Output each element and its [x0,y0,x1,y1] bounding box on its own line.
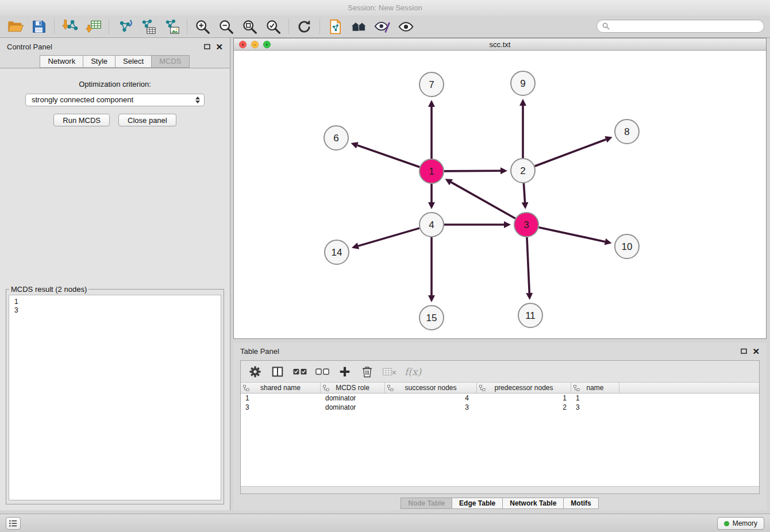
column-label: MCDS role [336,384,369,392]
column-header-successor-nodes[interactable]: successor nodes [385,383,477,393]
control-panel: Control Panel ✕ Network Style Select MCD… [0,38,230,510]
tab-motifs[interactable]: Motifs [563,498,598,509]
share-document-icon [327,18,344,35]
zoom-in-icon [194,18,211,35]
column-type-icon [243,385,249,391]
close-panel-button[interactable]: Close panel [118,114,176,126]
table-horizontal-scrollbar[interactable] [241,486,759,494]
control-panel-tabs: Network Style Select MCDS [0,55,230,68]
tab-select[interactable]: Select [115,55,152,68]
table-header-row: shared name MCDS role successor nodes pr… [241,383,759,394]
column-header-predecessor-nodes[interactable]: predecessor nodes [477,383,571,393]
tab-node-table[interactable]: Node Table [401,498,452,509]
network-table-icon [140,18,156,35]
graph-edge-3-11[interactable] [527,237,529,293]
create-column-button[interactable] [337,363,352,380]
plus-icon [338,365,351,378]
home-button[interactable] [347,17,371,36]
table-row[interactable]: 1 dominator 4 1 1 [241,394,759,403]
graph-edge-4-14[interactable] [358,228,419,246]
zoom-in-button[interactable] [191,17,214,36]
export-image-icon [163,18,180,35]
export-image-button[interactable] [160,17,183,36]
tab-network[interactable]: Network [40,55,83,68]
optimization-criterion-select[interactable]: strongly connected component [25,94,205,106]
mcds-result-list: 1 3 [9,295,221,500]
column-type-icon [323,385,329,391]
network-canvas[interactable]: 7968124314101511 [234,51,766,338]
table-settings-button[interactable] [248,363,263,380]
column-label: predecessor nodes [494,384,553,392]
delete-table-button [382,363,397,380]
open-session-button[interactable] [3,17,27,36]
import-table-button[interactable] [82,17,105,36]
network-window-titlebar[interactable]: scc.txt × − + [234,38,766,51]
status-bar: Memory [0,514,770,532]
delete-table-icon [382,366,397,377]
home-icon [351,18,367,35]
column-type-icon [573,385,580,391]
window-zoom-icon[interactable]: + [263,41,271,48]
graph-edge-1-6[interactable] [357,145,419,167]
graph-node-label: 4 [429,219,434,230]
table-row[interactable]: 3 dominator 3 2 3 [241,403,759,412]
refresh-button[interactable] [292,17,316,36]
graph-node-label: 14 [332,247,342,258]
search-box[interactable] [596,20,764,33]
table-empty-area [241,412,759,486]
network-table-button[interactable] [136,17,160,36]
graph-edge-1-2[interactable] [444,171,500,171]
import-network-icon [61,18,78,35]
control-panel-header: Control Panel ✕ [0,38,230,55]
show-view-button[interactable] [394,17,418,36]
clone-network-icon [116,18,133,35]
column-header-shared-name[interactable]: shared name [241,383,321,393]
cell-predecessor-nodes: 1 [477,394,571,403]
graph-edge-2-3[interactable] [523,183,525,202]
save-session-button[interactable] [27,17,51,36]
zoom-out-button[interactable] [214,17,238,36]
close-panel-icon[interactable]: ✕ [752,347,760,356]
graph-node-label: 6 [333,133,338,144]
share-document-button[interactable] [324,17,347,36]
column-header-name[interactable]: name [571,383,619,393]
graph-edge-2-8[interactable] [535,140,606,167]
control-panel-title: Control Panel [7,43,52,51]
cell-successor-nodes: 3 [385,403,477,412]
tab-edge-table[interactable]: Edge Table [452,498,503,509]
task-history-button[interactable] [6,517,21,530]
tab-mcds[interactable]: MCDS [151,55,189,68]
window-minimize-icon[interactable]: − [251,41,259,48]
clone-network-button[interactable] [113,17,136,36]
window-close-icon[interactable]: × [239,41,247,48]
mcds-result-group: MCDS result (2 nodes) 1 3 [6,285,224,504]
cell-mcds-role: dominator [321,403,385,412]
zoom-selected-button[interactable] [261,17,285,36]
toolbar-separator [54,19,55,34]
column-type-icon [387,385,394,391]
import-network-button[interactable] [58,17,82,36]
select-all-columns-button[interactable] [292,363,307,380]
float-panel-icon[interactable] [204,44,210,49]
delete-column-button[interactable] [360,363,375,380]
memory-button[interactable]: Memory [717,517,764,530]
graph-edge-3-1[interactable] [451,182,515,218]
graph-node-label: 7 [429,79,434,90]
graph-node-label: 3 [523,219,529,230]
graph-edge-3-10[interactable] [538,228,605,242]
refresh-icon [296,18,313,35]
float-panel-icon[interactable] [741,348,747,354]
column-header-mcds-role[interactable]: MCDS role [321,383,385,393]
tab-network-table[interactable]: Network Table [502,498,564,509]
close-panel-icon[interactable]: ✕ [215,43,223,51]
run-mcds-button[interactable]: Run MCDS [53,114,110,126]
show-columns-button[interactable] [270,363,285,380]
zoom-fit-button[interactable] [238,17,261,36]
tab-style[interactable]: Style [83,55,116,68]
search-input[interactable] [613,22,759,30]
unselect-all-columns-button[interactable] [315,363,330,380]
annotation-button[interactable] [371,17,394,36]
graph-node-label: 15 [426,313,437,323]
zoom-selected-icon [265,18,282,35]
toolbar-separator [109,19,109,34]
